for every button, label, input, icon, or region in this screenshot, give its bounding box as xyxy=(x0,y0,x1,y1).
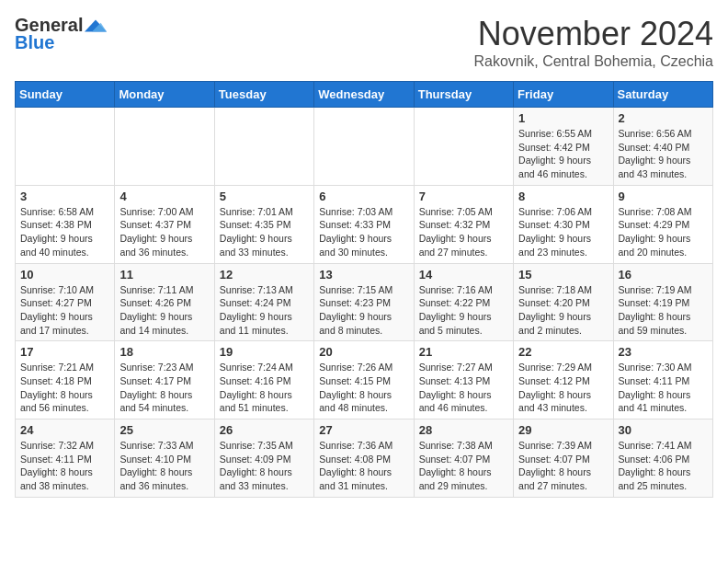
day-info: Sunrise: 6:58 AM Sunset: 4:38 PM Dayligh… xyxy=(20,205,109,259)
calendar-body: 1Sunrise: 6:55 AM Sunset: 4:42 PM Daylig… xyxy=(16,108,713,498)
calendar-cell: 2Sunrise: 6:56 AM Sunset: 4:40 PM Daylig… xyxy=(613,108,712,186)
calendar-cell: 28Sunrise: 7:38 AM Sunset: 4:07 PM Dayli… xyxy=(414,419,513,498)
calendar-cell: 24Sunrise: 7:32 AM Sunset: 4:11 PM Dayli… xyxy=(16,419,115,498)
title-area: November 2024 Rakovnik, Central Bohemia,… xyxy=(473,15,713,70)
day-number: 13 xyxy=(319,268,408,282)
day-number: 26 xyxy=(220,423,309,437)
calendar-week-row: 10Sunrise: 7:10 AM Sunset: 4:27 PM Dayli… xyxy=(16,263,713,341)
logo-blue-text: Blue xyxy=(15,32,54,53)
day-info: Sunrise: 7:11 AM Sunset: 4:26 PM Dayligh… xyxy=(119,283,209,338)
day-info: Sunrise: 7:05 AM Sunset: 4:32 PM Dayligh… xyxy=(419,205,508,259)
day-number: 11 xyxy=(119,268,209,282)
day-info: Sunrise: 7:16 AM Sunset: 4:22 PM Dayligh… xyxy=(419,283,508,338)
day-number: 7 xyxy=(419,190,508,203)
day-number: 12 xyxy=(220,268,309,282)
day-info: Sunrise: 7:01 AM Sunset: 4:35 PM Dayligh… xyxy=(220,205,309,259)
day-info: Sunrise: 7:19 AM Sunset: 4:19 PM Dayligh… xyxy=(619,283,708,338)
day-number: 25 xyxy=(119,423,209,437)
day-info: Sunrise: 7:06 AM Sunset: 4:30 PM Dayligh… xyxy=(518,205,608,259)
calendar-cell: 18Sunrise: 7:23 AM Sunset: 4:17 PM Dayli… xyxy=(115,341,214,419)
day-info: Sunrise: 6:56 AM Sunset: 4:40 PM Dayligh… xyxy=(619,127,708,181)
calendar-cell: 11Sunrise: 7:11 AM Sunset: 4:26 PM Dayli… xyxy=(115,263,214,341)
day-number: 20 xyxy=(319,345,408,359)
day-info: Sunrise: 7:03 AM Sunset: 4:33 PM Dayligh… xyxy=(319,205,408,259)
day-info: Sunrise: 7:29 AM Sunset: 4:12 PM Dayligh… xyxy=(518,361,608,415)
calendar-cell: 27Sunrise: 7:36 AM Sunset: 4:08 PM Dayli… xyxy=(314,419,414,498)
calendar-cell: 17Sunrise: 7:21 AM Sunset: 4:18 PM Dayli… xyxy=(16,341,115,419)
calendar-cell: 6Sunrise: 7:03 AM Sunset: 4:33 PM Daylig… xyxy=(314,185,414,263)
calendar-header-row: SundayMondayTuesdayWednesdayThursdayFrid… xyxy=(16,82,713,108)
calendar-cell: 7Sunrise: 7:05 AM Sunset: 4:32 PM Daylig… xyxy=(414,185,513,263)
day-info: Sunrise: 7:18 AM Sunset: 4:20 PM Dayligh… xyxy=(518,283,608,338)
calendar-week-row: 3Sunrise: 6:58 AM Sunset: 4:38 PM Daylig… xyxy=(16,185,713,263)
day-number: 2 xyxy=(619,111,708,125)
day-info: Sunrise: 7:39 AM Sunset: 4:07 PM Dayligh… xyxy=(518,439,608,493)
logo: General Blue xyxy=(15,15,107,53)
calendar-cell: 20Sunrise: 7:26 AM Sunset: 4:15 PM Dayli… xyxy=(314,341,414,419)
day-info: Sunrise: 7:08 AM Sunset: 4:29 PM Dayligh… xyxy=(619,205,708,259)
day-number: 9 xyxy=(619,190,708,203)
calendar-week-row: 1Sunrise: 6:55 AM Sunset: 4:42 PM Daylig… xyxy=(16,108,713,186)
calendar-cell: 1Sunrise: 6:55 AM Sunset: 4:42 PM Daylig… xyxy=(514,108,613,186)
day-number: 16 xyxy=(619,268,708,282)
day-info: Sunrise: 7:27 AM Sunset: 4:13 PM Dayligh… xyxy=(419,361,508,415)
calendar-week-row: 24Sunrise: 7:32 AM Sunset: 4:11 PM Dayli… xyxy=(16,419,713,498)
day-info: Sunrise: 7:00 AM Sunset: 4:37 PM Dayligh… xyxy=(119,205,209,259)
day-number: 19 xyxy=(220,345,309,359)
calendar-cell: 25Sunrise: 7:33 AM Sunset: 4:10 PM Dayli… xyxy=(115,419,214,498)
day-info: Sunrise: 7:33 AM Sunset: 4:10 PM Dayligh… xyxy=(119,439,209,493)
calendar-cell: 12Sunrise: 7:13 AM Sunset: 4:24 PM Dayli… xyxy=(214,263,313,341)
month-title: November 2024 xyxy=(473,15,713,53)
day-info: Sunrise: 7:26 AM Sunset: 4:15 PM Dayligh… xyxy=(319,361,408,415)
day-info: Sunrise: 7:15 AM Sunset: 4:23 PM Dayligh… xyxy=(319,283,408,338)
day-number: 15 xyxy=(518,268,608,282)
day-number: 14 xyxy=(419,268,508,282)
calendar-cell: 14Sunrise: 7:16 AM Sunset: 4:22 PM Dayli… xyxy=(414,263,513,341)
day-number: 8 xyxy=(518,190,608,203)
day-number: 28 xyxy=(419,423,508,437)
logo-icon xyxy=(85,17,107,35)
day-number: 22 xyxy=(518,345,608,359)
day-info: Sunrise: 6:55 AM Sunset: 4:42 PM Dayligh… xyxy=(518,127,608,181)
day-number: 5 xyxy=(220,190,309,203)
day-info: Sunrise: 7:32 AM Sunset: 4:11 PM Dayligh… xyxy=(20,439,109,493)
day-info: Sunrise: 7:13 AM Sunset: 4:24 PM Dayligh… xyxy=(220,283,309,338)
day-number: 17 xyxy=(20,345,109,359)
calendar-cell: 30Sunrise: 7:41 AM Sunset: 4:06 PM Dayli… xyxy=(613,419,712,498)
calendar-cell xyxy=(214,108,313,186)
calendar-week-row: 17Sunrise: 7:21 AM Sunset: 4:18 PM Dayli… xyxy=(16,341,713,419)
day-number: 3 xyxy=(20,190,109,203)
day-number: 1 xyxy=(518,111,608,125)
day-info: Sunrise: 7:36 AM Sunset: 4:08 PM Dayligh… xyxy=(319,439,408,493)
calendar-cell: 16Sunrise: 7:19 AM Sunset: 4:19 PM Dayli… xyxy=(613,263,712,341)
day-number: 21 xyxy=(419,345,508,359)
calendar-cell: 9Sunrise: 7:08 AM Sunset: 4:29 PM Daylig… xyxy=(613,185,712,263)
calendar-cell: 4Sunrise: 7:00 AM Sunset: 4:37 PM Daylig… xyxy=(115,185,214,263)
day-of-week-header: Sunday xyxy=(16,82,115,108)
calendar-cell xyxy=(16,108,115,186)
day-number: 4 xyxy=(119,190,209,203)
calendar-cell: 22Sunrise: 7:29 AM Sunset: 4:12 PM Dayli… xyxy=(514,341,613,419)
day-info: Sunrise: 7:30 AM Sunset: 4:11 PM Dayligh… xyxy=(619,361,708,415)
day-info: Sunrise: 7:10 AM Sunset: 4:27 PM Dayligh… xyxy=(20,283,109,338)
calendar-cell: 15Sunrise: 7:18 AM Sunset: 4:20 PM Dayli… xyxy=(514,263,613,341)
calendar-cell xyxy=(314,108,414,186)
calendar-cell: 29Sunrise: 7:39 AM Sunset: 4:07 PM Dayli… xyxy=(514,419,613,498)
calendar-cell: 26Sunrise: 7:35 AM Sunset: 4:09 PM Dayli… xyxy=(214,419,313,498)
day-info: Sunrise: 7:41 AM Sunset: 4:06 PM Dayligh… xyxy=(619,439,708,493)
day-number: 18 xyxy=(119,345,209,359)
day-of-week-header: Wednesday xyxy=(314,82,414,108)
day-number: 23 xyxy=(619,345,708,359)
calendar-cell: 13Sunrise: 7:15 AM Sunset: 4:23 PM Dayli… xyxy=(314,263,414,341)
calendar-cell: 5Sunrise: 7:01 AM Sunset: 4:35 PM Daylig… xyxy=(214,185,313,263)
day-of-week-header: Monday xyxy=(115,82,214,108)
day-number: 24 xyxy=(20,423,109,437)
calendar-cell: 10Sunrise: 7:10 AM Sunset: 4:27 PM Dayli… xyxy=(16,263,115,341)
day-info: Sunrise: 7:23 AM Sunset: 4:17 PM Dayligh… xyxy=(119,361,209,415)
day-info: Sunrise: 7:24 AM Sunset: 4:16 PM Dayligh… xyxy=(220,361,309,415)
day-of-week-header: Friday xyxy=(514,82,613,108)
day-of-week-header: Thursday xyxy=(414,82,513,108)
day-number: 6 xyxy=(319,190,408,203)
day-info: Sunrise: 7:21 AM Sunset: 4:18 PM Dayligh… xyxy=(20,361,109,415)
day-info: Sunrise: 7:35 AM Sunset: 4:09 PM Dayligh… xyxy=(220,439,309,493)
